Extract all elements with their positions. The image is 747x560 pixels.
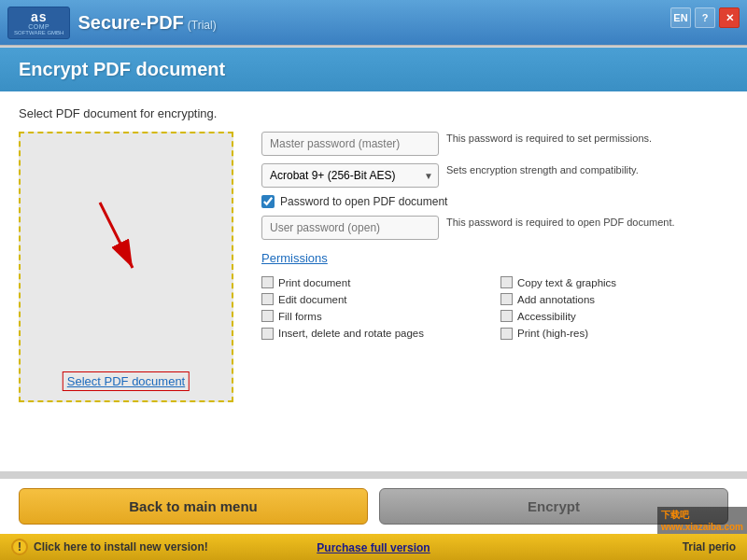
user-password-row: This password is required to open PDF do…: [261, 216, 728, 240]
logo-box: as COMP SOFTWARE GMBH: [7, 7, 70, 39]
svg-line-1: [100, 203, 133, 268]
buttons-row: Back to main menu Encrypt: [0, 479, 747, 534]
back-button[interactable]: Back to main menu: [19, 488, 368, 525]
perm-edit-checkbox[interactable]: [261, 293, 274, 305]
main-content: Select PDF document for encrypting. Sele…: [0, 91, 747, 471]
watermark-text: 下载吧: [661, 510, 689, 520]
help-button[interactable]: ?: [695, 7, 715, 28]
perm-copy-checkbox[interactable]: [500, 276, 513, 288]
permissions-grid: Print document Copy text & graphics Edit…: [261, 276, 728, 341]
right-panel: This password is required to set permiss…: [261, 132, 728, 402]
install-icon: !: [11, 539, 28, 555]
perm-forms-checkbox[interactable]: [261, 310, 274, 322]
arrow-graphic: [81, 184, 156, 296]
select-pdf-link[interactable]: Select PDF document: [63, 371, 190, 391]
header-section: Encrypt PDF document: [0, 48, 747, 91]
password-open-checkbox[interactable]: [261, 195, 275, 208]
pdf-preview-box: Select PDF document: [19, 132, 233, 402]
encryption-dropdown-wrapper: Acrobat 9+ (256-Bit AES) Acrobat 7+ (128…: [261, 163, 439, 188]
perm-edit: Edit document: [261, 293, 489, 305]
perm-insert: Insert, delete and rotate pages: [261, 327, 489, 341]
perm-print-checkbox[interactable]: [261, 276, 274, 288]
encryption-select[interactable]: Acrobat 9+ (256-Bit AES) Acrobat 7+ (128…: [261, 163, 439, 188]
watermark: 下载吧 www.xiazaiba.com: [657, 507, 747, 534]
perm-annotations: Add annotations: [500, 293, 728, 305]
status-purchase-section: Purchase full version: [253, 540, 495, 554]
perm-annotations-label: Add annotations: [517, 294, 595, 305]
app-name: Secure-PDF: [78, 12, 183, 34]
perm-annotations-checkbox[interactable]: [500, 293, 513, 305]
master-password-input[interactable]: [261, 132, 439, 156]
watermark-url: www.xiazaiba.com: [661, 522, 743, 532]
password-open-checkbox-row: Password to open PDF document: [261, 195, 728, 208]
perm-insert-checkbox[interactable]: [261, 328, 274, 340]
perm-insert-label: Insert, delete and rotate pages: [278, 327, 424, 341]
perm-edit-label: Edit document: [278, 294, 347, 305]
perm-highres: Print (high-res): [500, 327, 728, 341]
install-text[interactable]: Click here to install new version!: [34, 540, 208, 553]
perm-print: Print document: [261, 276, 489, 288]
permissions-label[interactable]: Permissions: [261, 251, 728, 265]
perm-accessibility-checkbox[interactable]: [500, 310, 513, 322]
perm-copy: Copy text & graphics: [500, 276, 728, 288]
logo-comp: COMP: [28, 23, 49, 30]
page-title: Encrypt PDF document: [19, 59, 728, 80]
master-password-row: This password is required to set permiss…: [261, 132, 728, 156]
perm-highres-checkbox[interactable]: [500, 328, 513, 340]
logo-as: as: [31, 10, 48, 23]
status-trial-section: Trial perio: [494, 540, 736, 553]
status-install-section: ! Click here to install new version!: [11, 539, 253, 555]
trial-label: (Trial): [188, 19, 217, 32]
logo-area: as COMP SOFTWARE GMBH Secure-PDF (Trial): [7, 7, 217, 39]
app-title: Secure-PDF (Trial): [78, 12, 216, 34]
instruction-text: Select PDF document for encrypting.: [19, 106, 728, 120]
perm-highres-label: Print (high-res): [517, 328, 588, 339]
status-bar: ! Click here to install new version! Pur…: [0, 534, 747, 560]
title-bar: as COMP SOFTWARE GMBH Secure-PDF (Trial)…: [0, 0, 747, 45]
close-button[interactable]: ✕: [719, 7, 740, 28]
user-password-input[interactable]: [261, 216, 439, 240]
title-controls: EN ? ✕: [670, 7, 740, 28]
pdf-preview-area: Select PDF document: [19, 132, 243, 402]
encryption-hint: Sets encryption strength and compatibili…: [446, 163, 728, 177]
status-bar-sections: ! Click here to install new version! Pur…: [11, 539, 736, 555]
perm-accessibility-label: Accessibility: [517, 311, 576, 322]
perm-forms-label: Fill forms: [278, 311, 322, 322]
user-password-hint: This password is required to open PDF do…: [446, 216, 728, 230]
perm-print-label: Print document: [278, 277, 350, 288]
content-row: Select PDF document This password is req…: [19, 132, 728, 402]
logo-software: SOFTWARE GMBH: [14, 30, 63, 35]
master-password-hint: This password is required to set permiss…: [446, 132, 728, 146]
encryption-dropdown-row: Acrobat 9+ (256-Bit AES) Acrobat 7+ (128…: [261, 163, 728, 188]
lang-button[interactable]: EN: [670, 7, 691, 28]
perm-copy-label: Copy text & graphics: [517, 277, 616, 288]
purchase-link[interactable]: Purchase full version: [317, 541, 430, 554]
password-open-label: Password to open PDF document: [280, 195, 447, 208]
perm-accessibility: Accessibility: [500, 310, 728, 322]
perm-forms: Fill forms: [261, 310, 489, 322]
